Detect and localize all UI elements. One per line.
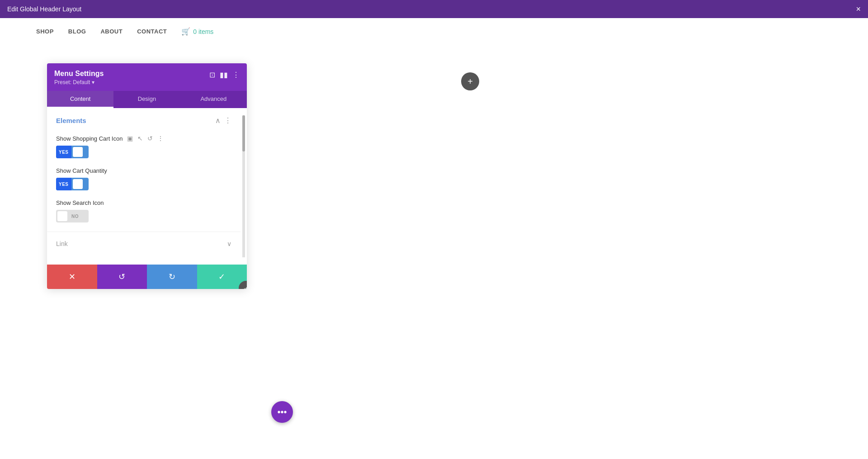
title-bar-title: Edit Global Header Layout [7,5,81,13]
toggle-thumb3 [57,211,67,221]
toggle-thumb2 [73,179,83,189]
cart-quantity-setting: Show Cart Quantity YES [47,163,241,195]
nav-item-contact[interactable]: CONTACT [137,28,167,35]
shopping-cart-icon-setting: Show Shopping Cart Icon ▣ ↖ ↺ ⋮ YES [47,130,241,163]
cart-quantity-label-row: Show Cart Quantity [56,167,231,174]
tab-design[interactable]: Design [113,91,180,108]
search-icon-toggle[interactable]: NO [56,210,89,222]
cart-area[interactable]: 🛒 0 items [181,27,213,36]
panel-content: Elements ∧ ⋮ Show Shopping Cart Icon ▣ ↖… [47,108,241,265]
search-icon-label: Show Search Icon [56,199,104,206]
nav-item-about[interactable]: ABOUT [100,28,123,35]
add-section-button[interactable]: + [461,72,479,90]
shopping-cart-toggle[interactable]: YES [56,146,89,158]
title-bar: Edit Global Header Layout × [0,0,868,18]
tab-content[interactable]: Content [47,91,113,108]
reset-icon[interactable]: ↺ [147,135,153,142]
panel-header: Menu Settings Preset: Default ▾ ⊡ ▮▮ ⋮ [47,63,247,91]
cart-quantity-toggle[interactable]: YES [56,178,89,190]
redo-button[interactable]: ↻ [147,265,197,289]
elements-section-title: Elements [56,117,86,124]
shopping-cart-label-row: Show Shopping Cart Icon ▣ ↖ ↺ ⋮ [56,135,231,142]
panel-body: Elements ∧ ⋮ Show Shopping Cart Icon ▣ ↖… [47,108,247,265]
toggle-yes-label2: YES [56,178,71,190]
panel-header-icons: ⊡ ▮▮ ⋮ [209,71,240,79]
panel-tabs: Content Design Advanced [47,91,247,108]
panel: Menu Settings Preset: Default ▾ ⊡ ▮▮ ⋮ C… [47,63,247,289]
search-icon-setting: Show Search Icon NO [47,195,241,227]
split-icon[interactable]: ▮▮ [220,71,228,79]
cart-icon: 🛒 [181,27,190,36]
header-preview: SHOP BLOG ABOUT CONTACT 🛒 0 items [0,18,868,45]
toggle-yes-label: YES [56,146,71,158]
main-area: SHOP BLOG ABOUT CONTACT 🛒 0 items + Menu… [0,18,868,459]
panel-title-area: Menu Settings Preset: Default ▾ [54,70,104,85]
more-icon[interactable]: ⋮ [157,135,164,142]
nav-item-shop[interactable]: SHOP [36,28,54,35]
more-options-icon[interactable]: ⋮ [232,71,240,79]
nav-item-blog[interactable]: BLOG [68,28,86,35]
panel-title: Menu Settings [54,70,104,78]
cart-quantity-label: Show Cart Quantity [56,167,107,174]
device-icon[interactable]: ▣ [127,135,133,142]
shopping-cart-label: Show Shopping Cart Icon [56,135,123,142]
cart-text: 0 items [193,28,213,35]
link-header[interactable]: Link ∨ [47,232,241,256]
collapse-icon[interactable]: ∧ [215,116,221,125]
title-bar-close-button[interactable]: × [856,5,861,13]
cursor-icon[interactable]: ↖ [137,135,143,142]
link-chevron-icon: ∨ [227,240,231,247]
undo-button[interactable]: ↺ [97,265,147,289]
link-title: Link [56,240,68,247]
link-section: Link ∨ [47,232,241,256]
fab-button[interactable]: ••• [271,401,293,423]
section-more-icon[interactable]: ⋮ [224,116,231,125]
panel-preset[interactable]: Preset: Default ▾ [54,79,104,85]
panel-scrollbar-thumb [242,115,245,151]
search-icon-label-row: Show Search Icon [56,199,231,206]
tab-advanced[interactable]: Advanced [180,91,247,108]
toggle-no-label: NO [69,210,81,222]
elements-section-header: Elements ∧ ⋮ [47,108,241,130]
section-controls: ∧ ⋮ [215,116,231,125]
toggle-thumb [73,147,83,157]
panel-scrollbar[interactable] [242,115,245,257]
bottom-toolbar: ✕ ↺ ↻ ✓ [47,265,247,289]
cancel-button[interactable]: ✕ [47,265,97,289]
fullscreen-icon[interactable]: ⊡ [209,71,215,79]
